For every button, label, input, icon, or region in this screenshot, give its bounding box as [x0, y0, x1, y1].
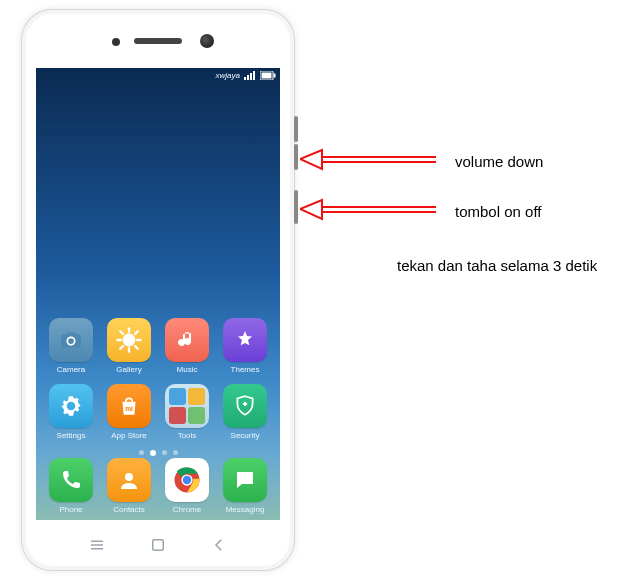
- app-music[interactable]: Music: [162, 318, 212, 374]
- svg-rect-2: [250, 73, 252, 80]
- app-chrome[interactable]: Chrome: [162, 458, 212, 514]
- earpiece: [134, 38, 182, 44]
- annotation-volume-down: volume down: [455, 153, 543, 170]
- app-appstore[interactable]: mi App Store: [104, 384, 154, 440]
- svg-text:mi: mi: [125, 405, 133, 412]
- app-grid: Camera Gallery Music Themes S: [36, 318, 280, 440]
- gear-icon: [58, 393, 84, 419]
- status-carrier: xwjaya: [216, 71, 240, 80]
- chrome-icon: [172, 465, 202, 495]
- volume-up-hw-button[interactable]: [294, 116, 298, 142]
- app-label: Contacts: [113, 505, 145, 514]
- menu-hw-button[interactable]: [88, 536, 106, 554]
- phone-screen[interactable]: xwjaya Camera Gal: [36, 68, 280, 520]
- app-settings[interactable]: Settings: [46, 384, 96, 440]
- messaging-icon: [233, 468, 257, 492]
- svg-rect-6: [274, 74, 276, 78]
- app-row-1: Camera Gallery Music Themes: [46, 318, 270, 374]
- arrow-volume-down: [300, 147, 440, 177]
- app-label: App Store: [111, 431, 147, 440]
- app-label: Tools: [178, 431, 197, 440]
- annotation-power: tombol on off: [455, 203, 541, 220]
- app-themes[interactable]: Themes: [220, 318, 270, 374]
- back-hw-button[interactable]: [210, 536, 228, 554]
- page-dot: [173, 450, 178, 455]
- page-dot-active: [150, 450, 156, 456]
- app-label: Settings: [57, 431, 86, 440]
- shield-icon: [232, 393, 258, 419]
- svg-point-22: [183, 476, 192, 485]
- phone-icon: [59, 468, 83, 492]
- svg-rect-26: [153, 540, 164, 551]
- camera-icon: [58, 327, 84, 353]
- home-hw-button[interactable]: [149, 536, 167, 554]
- app-messaging[interactable]: Messaging: [220, 458, 270, 514]
- folder-icon: [169, 388, 205, 424]
- page-dot: [139, 450, 144, 455]
- svg-point-19: [125, 473, 133, 481]
- bag-icon: mi: [116, 393, 142, 419]
- app-contacts[interactable]: Contacts: [104, 458, 154, 514]
- signal-icon: [244, 71, 256, 80]
- page-indicator: [36, 450, 280, 456]
- contacts-icon: [117, 468, 141, 492]
- proximity-sensor: [112, 38, 120, 46]
- battery-icon: [260, 71, 276, 80]
- svg-rect-1: [247, 75, 249, 80]
- svg-rect-3: [253, 71, 255, 80]
- app-row-2: Settings mi App Store Tools Security: [46, 384, 270, 440]
- svg-line-17: [135, 331, 138, 334]
- svg-marker-29: [300, 150, 322, 169]
- app-label: Gallery: [116, 365, 141, 374]
- volume-down-hw-button[interactable]: [294, 144, 298, 170]
- app-label: Camera: [57, 365, 85, 374]
- page-dot: [162, 450, 167, 455]
- app-security[interactable]: Security: [220, 384, 270, 440]
- phone-frame: xwjaya Camera Gal: [22, 10, 294, 570]
- app-label: Messaging: [226, 505, 265, 514]
- svg-line-15: [135, 346, 138, 349]
- svg-point-8: [68, 338, 74, 344]
- power-hw-button[interactable]: [294, 190, 298, 224]
- music-icon: [175, 328, 199, 352]
- svg-line-16: [120, 346, 123, 349]
- svg-rect-5: [262, 73, 272, 79]
- annotation-instruction: tekan dan taha selama 3 detik: [397, 257, 597, 274]
- app-phone[interactable]: Phone: [46, 458, 96, 514]
- front-camera: [200, 34, 214, 48]
- svg-rect-0: [244, 77, 246, 80]
- themes-icon: [233, 328, 257, 352]
- gallery-icon: [115, 326, 143, 354]
- app-camera[interactable]: Camera: [46, 318, 96, 374]
- app-label: Music: [177, 365, 198, 374]
- app-label: Chrome: [173, 505, 201, 514]
- svg-line-14: [120, 331, 123, 334]
- svg-point-9: [123, 334, 136, 347]
- status-bar: xwjaya: [216, 71, 276, 80]
- svg-marker-32: [300, 200, 322, 219]
- arrow-power: [300, 197, 440, 227]
- app-tools[interactable]: Tools: [162, 384, 212, 440]
- dock: Phone Contacts Chrome Messaging: [36, 458, 280, 514]
- app-gallery[interactable]: Gallery: [104, 318, 154, 374]
- app-label: Themes: [231, 365, 260, 374]
- app-label: Security: [231, 431, 260, 440]
- app-label: Phone: [59, 505, 82, 514]
